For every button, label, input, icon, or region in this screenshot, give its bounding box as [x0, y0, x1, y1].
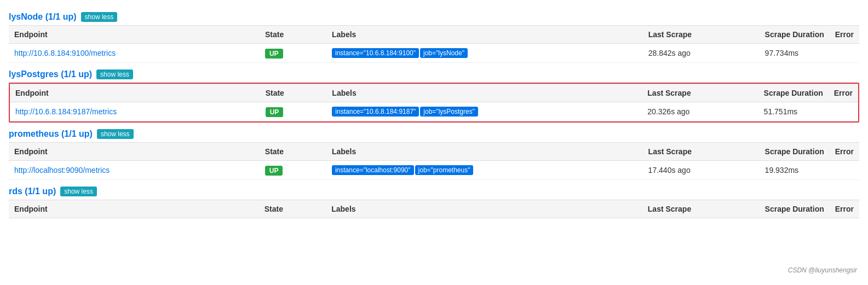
- th-labels-prometheus: Labels: [326, 143, 643, 161]
- cell-endpoint-prometheus-0: http://localhost:9090/metrics: [9, 161, 260, 180]
- label-badge: instance="localhost:9090": [332, 165, 414, 175]
- show-less-button-lysNode[interactable]: show less: [81, 12, 118, 22]
- cell-last-scrape-lysNode-0: 28.842s ago: [643, 44, 760, 63]
- endpoint-link-prometheus-0[interactable]: http://localhost:9090/metrics: [14, 166, 110, 175]
- cell-state-lysPostgres-0: UP: [260, 102, 327, 121]
- th-endpoint-lysPostgres: Endpoint: [10, 84, 260, 102]
- th-endpoint-rds: Endpoint: [9, 200, 259, 218]
- cell-labels-lysPostgres-0: instance="10.6.8.184:9187"job="lysPostgr…: [326, 102, 642, 121]
- th-lastScrape-prometheus: Last Scrape: [643, 143, 760, 161]
- cell-labels-prometheus-0: instance="localhost:9090"job="prometheus…: [326, 161, 643, 180]
- th-endpoint-lysNode: Endpoint: [9, 26, 260, 44]
- endpoint-link-lysPostgres-0[interactable]: http://10.6.8.184:9187/metrics: [15, 107, 117, 116]
- show-less-button-prometheus[interactable]: show less: [97, 129, 134, 139]
- th-error-rds: Error: [830, 200, 859, 218]
- cell-error-lysPostgres-0: [829, 102, 858, 121]
- show-less-button-rds[interactable]: show less: [60, 187, 97, 196]
- th-scrapeDuration-rds: Scrape Duration: [760, 200, 830, 218]
- th-error-prometheus: Error: [830, 143, 859, 161]
- state-badge-lysNode-0: UP: [265, 49, 283, 59]
- th-error-lysNode: Error: [830, 26, 859, 44]
- section-header-prometheus: prometheus (1/1 up)show less: [9, 129, 859, 139]
- section-header-lysNode: lysNode (1/1 up)show less: [9, 12, 859, 22]
- th-scrapeDuration-lysNode: Scrape Duration: [760, 26, 830, 44]
- table-row: http://localhost:9090/metricsUPinstance=…: [9, 161, 859, 180]
- th-scrapeDuration-prometheus: Scrape Duration: [760, 143, 830, 161]
- section-header-rds: rds (1/1 up)show less: [9, 187, 859, 196]
- section-title-lysNode: lysNode (1/1 up): [9, 12, 77, 22]
- th-labels-lysNode: Labels: [326, 26, 643, 44]
- label-badge: job="prometheus": [415, 165, 474, 175]
- th-lastScrape-lysPostgres: Last Scrape: [642, 84, 758, 102]
- targets-table-rds: EndpointStateLabelsLast ScrapeScrape Dur…: [9, 200, 859, 218]
- label-badge: job="lysPostgres": [420, 107, 478, 117]
- cell-error-prometheus-0: [830, 161, 859, 180]
- targets-table-lysNode: EndpointStateLabelsLast ScrapeScrape Dur…: [9, 25, 859, 63]
- th-state-prometheus: State: [260, 143, 326, 161]
- th-lastScrape-lysNode: Last Scrape: [643, 26, 760, 44]
- section-title-lysPostgres: lysPostgres (1/1 up): [9, 69, 92, 79]
- th-labels-lysPostgres: Labels: [326, 84, 642, 102]
- highlighted-section-lysPostgres: EndpointStateLabelsLast ScrapeScrape Dur…: [9, 83, 859, 123]
- th-error-lysPostgres: Error: [829, 84, 858, 102]
- th-state-lysNode: State: [260, 26, 326, 44]
- table-row: http://10.6.8.184:9100/metricsUPinstance…: [9, 44, 859, 63]
- th-lastScrape-rds: Last Scrape: [642, 200, 760, 218]
- cell-endpoint-lysNode-0: http://10.6.8.184:9100/metrics: [9, 44, 260, 63]
- endpoint-link-lysNode-0[interactable]: http://10.6.8.184:9100/metrics: [14, 49, 116, 57]
- label-badge: instance="10.6.8.184:9187": [332, 107, 419, 117]
- state-badge-lysPostgres-0: UP: [266, 107, 284, 117]
- section-header-lysPostgres: lysPostgres (1/1 up)show less: [9, 69, 859, 79]
- cell-scrape-duration-lysPostgres-0: 51.751ms: [758, 102, 829, 121]
- cell-labels-lysNode-0: instance="10.6.8.184:9100"job="lysNode": [326, 44, 643, 63]
- th-endpoint-prometheus: Endpoint: [9, 143, 260, 161]
- section-title-prometheus: prometheus (1/1 up): [9, 129, 93, 139]
- cell-scrape-duration-lysNode-0: 97.734ms: [760, 44, 830, 63]
- cell-state-prometheus-0: UP: [260, 161, 326, 180]
- label-badge: instance="10.6.8.184:9100": [332, 48, 419, 58]
- th-state-lysPostgres: State: [260, 84, 327, 102]
- cell-scrape-duration-prometheus-0: 19.932ms: [760, 161, 830, 180]
- label-badge: job="lysNode": [420, 48, 468, 58]
- table-row: http://10.6.8.184:9187/metricsUPinstance…: [10, 102, 858, 121]
- cell-last-scrape-lysPostgres-0: 20.326s ago: [642, 102, 758, 121]
- state-badge-prometheus-0: UP: [265, 166, 283, 176]
- targets-table-lysPostgres: EndpointStateLabelsLast ScrapeScrape Dur…: [10, 84, 858, 121]
- cell-last-scrape-prometheus-0: 17.440s ago: [643, 161, 760, 180]
- th-labels-rds: Labels: [326, 200, 642, 218]
- targets-table-prometheus: EndpointStateLabelsLast ScrapeScrape Dur…: [9, 142, 859, 180]
- cell-error-lysNode-0: [830, 44, 859, 63]
- th-state-rds: State: [259, 200, 326, 218]
- th-scrapeDuration-lysPostgres: Scrape Duration: [758, 84, 829, 102]
- show-less-button-lysPostgres[interactable]: show less: [96, 69, 133, 79]
- section-title-rds: rds (1/1 up): [9, 187, 56, 196]
- cell-state-lysNode-0: UP: [260, 44, 326, 63]
- cell-endpoint-lysPostgres-0: http://10.6.8.184:9187/metrics: [10, 102, 260, 121]
